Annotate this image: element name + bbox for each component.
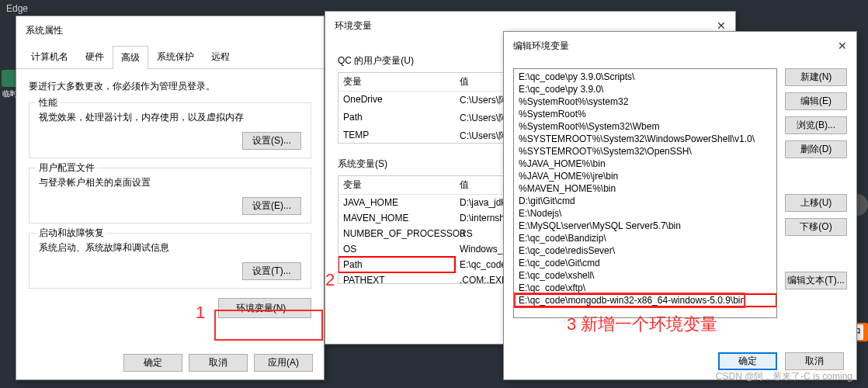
cancel-button[interactable]: 取消 (189, 354, 248, 372)
taskbar-edge-label: Edge (0, 0, 34, 17)
startup-settings-button[interactable]: 设置(T)... (242, 262, 301, 280)
group-title: 启动和故障恢复 (36, 227, 107, 240)
list-item[interactable]: %SystemRoot%\System32\Wbem (514, 120, 776, 133)
dialog-title: 编辑环境变量 (504, 32, 856, 61)
profile-settings-button[interactable]: 设置(E)... (242, 197, 301, 215)
move-down-button[interactable]: 下移(O) (785, 218, 847, 236)
list-item[interactable]: E:\qc_code\xshell\ (514, 269, 776, 282)
list-item[interactable]: %SystemRoot%\system32 (514, 95, 776, 108)
move-up-button[interactable]: 上移(U) (785, 194, 847, 212)
apply-button[interactable]: 应用(A) (254, 354, 313, 372)
system-properties-dialog: 系统属性 计算机名 硬件 高级 系统保护 远程 要进行大多数更改，你必须作为管理… (16, 16, 325, 380)
list-item[interactable]: E:\qc_code\mongodb-win32-x86_64-windows-… (514, 294, 776, 307)
tab-hardware[interactable]: 硬件 (77, 45, 113, 68)
group-title: 用户配置文件 (36, 161, 98, 175)
path-listbox[interactable]: E:\qc_code\py 3.9.0\Scripts\E:\qc_code\p… (513, 68, 777, 318)
dialog-title: 系统属性 (16, 16, 324, 45)
tab-system-protection[interactable]: 系统保护 (148, 45, 203, 68)
close-icon[interactable]: ✕ (838, 40, 847, 52)
list-item[interactable]: E:\MySQL\server\MySQL Server5.7\bin (514, 220, 776, 232)
list-item[interactable]: %SYSTEMROOT%\System32\OpenSSH\ (514, 145, 776, 158)
list-item[interactable]: E:\qc_code\redisSever\ (514, 244, 776, 257)
new-button[interactable]: 新建(N) (785, 68, 847, 86)
list-item[interactable]: %JAVA_HOME%\jre\bin (514, 170, 776, 182)
list-item[interactable]: E:\qc_code\Git\cmd (514, 257, 776, 269)
edit-button[interactable]: 编辑(E) (785, 92, 847, 110)
col-var: 变量 (339, 176, 455, 194)
list-item[interactable]: E:\qc_code\py 3.9.0\ (514, 83, 776, 95)
browse-button[interactable]: 浏览(B)... (785, 116, 847, 134)
group-desc: 系统启动、系统故障和调试信息 (39, 241, 301, 255)
list-item[interactable]: %SYSTEMROOT%\System32\WindowsPowerShell\… (514, 133, 776, 145)
col-var: 变量 (339, 73, 455, 91)
cancel-button[interactable]: 取消 (785, 352, 844, 370)
ok-button[interactable]: 确定 (718, 352, 777, 370)
performance-group: 性能 视觉效果，处理器计划，内存使用，以及虚拟内存 设置(S)... (29, 102, 311, 158)
close-icon[interactable]: ✕ (717, 19, 726, 32)
tab-advanced[interactable]: 高级 (113, 46, 148, 69)
list-item[interactable]: E:\qc_code\py 3.9.0\Scripts\ (514, 71, 776, 83)
list-item[interactable]: E:\Nodejs\ (514, 207, 776, 220)
group-desc: 视觉效果，处理器计划，内存使用，以及虚拟内存 (39, 111, 301, 124)
tab-bar: 计算机名 硬件 高级 系统保护 远程 (16, 45, 324, 69)
user-profile-group: 用户配置文件 与登录帐户相关的桌面设置 设置(E)... (29, 168, 311, 223)
tab-computer-name[interactable]: 计算机名 (23, 45, 77, 68)
edit-text-button[interactable]: 编辑文本(T)... (785, 272, 847, 289)
environment-variables-button[interactable]: 环境变量(N)... (218, 298, 311, 318)
watermark: CSDN @阿，葱来了-C is coming (716, 370, 852, 383)
tab-remote[interactable]: 远程 (203, 45, 238, 68)
list-item[interactable]: E:\qc_code\xftp\ (514, 282, 776, 294)
ok-button[interactable]: 确定 (123, 354, 182, 372)
list-item[interactable]: D:\git\Git\cmd (514, 195, 776, 207)
admin-note: 要进行大多数更改，你必须作为管理员登录。 (29, 80, 311, 93)
list-item[interactable]: E:\qc_code\Bandizip\ (514, 232, 776, 244)
group-title: 性能 (36, 96, 61, 109)
list-item[interactable]: %MAVEN_HOME%\bin (514, 182, 776, 195)
edit-env-variable-dialog: 编辑环境变量 ✕ E:\qc_code\py 3.9.0\Scripts\E:\… (503, 31, 857, 380)
group-desc: 与登录帐户相关的桌面设置 (39, 176, 301, 189)
perf-settings-button[interactable]: 设置(S)... (242, 132, 301, 150)
delete-button[interactable]: 删除(D) (785, 140, 847, 158)
list-item[interactable]: %SystemRoot% (514, 108, 776, 120)
list-item[interactable]: %JAVA_HOME%\bin (514, 158, 776, 170)
startup-group: 启动和故障恢复 系统启动、系统故障和调试信息 设置(T)... (29, 233, 311, 289)
